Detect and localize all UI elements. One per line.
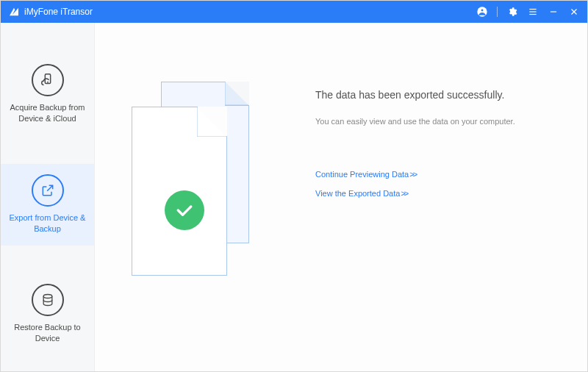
export-icon	[32, 174, 64, 207]
view-exported-data-link[interactable]: View the Exported Data >>	[315, 189, 573, 198]
chevron-right-icon: >>	[409, 170, 416, 179]
app-title: iMyFone iTransor	[24, 7, 93, 17]
chevron-right-icon: >>	[400, 189, 407, 198]
sidebar-item-label: Acquire Backup from Device & iCloud	[7, 102, 88, 124]
svg-line-10	[47, 185, 52, 191]
divider	[497, 7, 498, 17]
continue-previewing-link[interactable]: Continue Previewing Data >>	[315, 170, 573, 179]
result-text-column: The data has been exported successfully.…	[315, 67, 573, 208]
close-icon[interactable]	[568, 6, 580, 18]
menu-icon[interactable]	[527, 6, 539, 18]
title-bar: iMyFone iTransor	[1, 1, 587, 23]
sidebar-item-export[interactable]: Export from Device & Backup	[1, 164, 94, 246]
app-body: Acquire Backup from Device & iCloud Expo…	[1, 23, 587, 371]
svg-point-11	[43, 295, 52, 298]
sidebar-item-restore[interactable]: Restore Backup to Device	[1, 273, 94, 356]
document-success-illustration	[132, 82, 264, 273]
app-window: iMyFone iTransor	[0, 0, 588, 372]
title-bar-controls	[476, 6, 580, 18]
success-check-icon	[165, 190, 204, 230]
export-success-subtext: You can easily view and use the data on …	[315, 117, 573, 126]
sidebar: Acquire Backup from Device & iCloud Expo…	[1, 23, 95, 371]
app-logo: iMyFone iTransor	[8, 6, 93, 18]
link-label: Continue Previewing Data	[315, 170, 409, 179]
sidebar-item-label: Export from Device & Backup	[7, 212, 88, 235]
export-success-headline: The data has been exported successfully.	[315, 89, 573, 101]
database-icon	[32, 284, 64, 316]
main-content: The data has been exported successfully.…	[95, 23, 587, 371]
minimize-icon[interactable]	[548, 6, 559, 18]
device-cloud-icon	[32, 64, 64, 96]
link-label: View the Exported Data	[315, 189, 400, 198]
svg-point-1	[481, 9, 484, 12]
sidebar-item-acquire[interactable]: Acquire Backup from Device & iCloud	[1, 54, 94, 136]
sidebar-item-label: Restore Backup to Device	[7, 322, 88, 344]
app-logo-icon	[8, 6, 20, 18]
account-icon[interactable]	[476, 6, 488, 18]
gear-icon[interactable]	[506, 6, 518, 18]
